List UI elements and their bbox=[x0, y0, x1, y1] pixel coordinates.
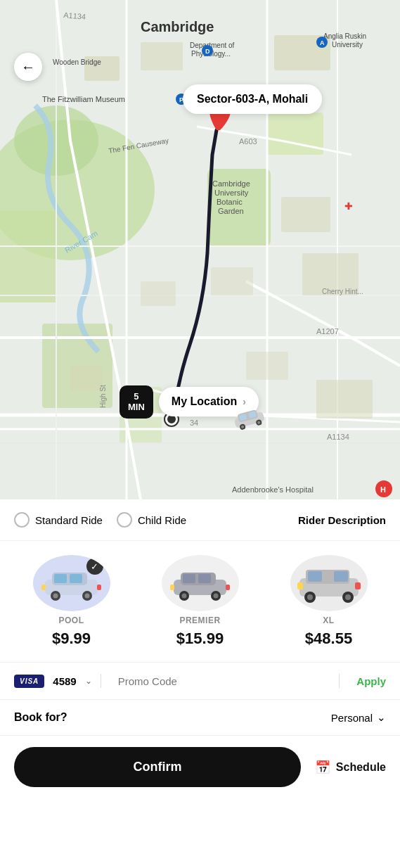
destination-text: Sector-603-A, Mohali bbox=[197, 93, 308, 105]
svg-text:A: A bbox=[320, 39, 325, 46]
pool-price: $9.99 bbox=[52, 630, 91, 648]
svg-rect-89 bbox=[308, 571, 322, 582]
car-option-pool[interactable]: ✓ POOL $9.99 bbox=[7, 552, 136, 651]
standard-ride-option[interactable]: Standard Ride bbox=[14, 512, 103, 528]
visa-badge: VISA bbox=[14, 675, 44, 688]
svg-rect-27 bbox=[316, 380, 373, 419]
child-ride-option[interactable]: Child Ride bbox=[117, 512, 186, 528]
svg-point-84 bbox=[214, 594, 219, 599]
personal-select[interactable]: Personal ⌄ bbox=[331, 711, 386, 724]
back-button[interactable]: ← bbox=[14, 53, 42, 81]
svg-text:Botanic: Botanic bbox=[217, 198, 243, 206]
eta-unit: MIN bbox=[128, 402, 145, 413]
card-dropdown-icon[interactable]: ⌄ bbox=[85, 676, 92, 686]
rider-description-label: Rider Description bbox=[298, 514, 386, 526]
xl-label: XL bbox=[323, 615, 334, 625]
svg-text:D: D bbox=[205, 48, 210, 55]
svg-rect-90 bbox=[334, 571, 348, 582]
payment-row: VISA 4589 ⌄ Apply bbox=[0, 663, 400, 700]
svg-rect-23 bbox=[211, 267, 253, 295]
svg-text:Addenbrooke's Hospital: Addenbrooke's Hospital bbox=[232, 485, 314, 494]
schedule-button[interactable]: 📅 Schedule bbox=[315, 760, 386, 775]
personal-label: Personal bbox=[331, 712, 373, 724]
calendar-icon: 📅 bbox=[315, 760, 330, 775]
svg-text:Cambridge: Cambridge bbox=[212, 179, 250, 188]
bottom-actions: Confirm 📅 Schedule bbox=[0, 736, 400, 798]
svg-rect-85 bbox=[170, 585, 174, 590]
premier-label: PREMIER bbox=[179, 615, 220, 625]
svg-text:34: 34 bbox=[190, 419, 198, 427]
car-xl-image bbox=[290, 555, 368, 611]
my-location-label: My Location bbox=[172, 395, 237, 408]
destination-box[interactable]: Sector-603-A, Mohali bbox=[183, 84, 322, 114]
svg-point-74 bbox=[85, 594, 90, 599]
promo-code-input[interactable] bbox=[118, 675, 331, 687]
premier-price: $15.99 bbox=[176, 630, 224, 648]
svg-rect-25 bbox=[70, 366, 102, 390]
xl-car-svg bbox=[297, 564, 361, 603]
svg-text:The Fitzwilliam Museum: The Fitzwilliam Museum bbox=[42, 95, 125, 103]
back-icon: ← bbox=[21, 59, 35, 75]
svg-point-83 bbox=[182, 594, 187, 599]
svg-text:Anglia Ruskin: Anglia Ruskin bbox=[323, 32, 366, 40]
car-premier-image bbox=[162, 555, 239, 611]
svg-rect-26 bbox=[246, 352, 288, 380]
svg-rect-80 bbox=[198, 574, 211, 583]
pool-selected-check: ✓ bbox=[86, 558, 103, 575]
svg-rect-96 bbox=[355, 582, 361, 589]
child-ride-label: Child Ride bbox=[138, 514, 186, 526]
pool-label: POOL bbox=[58, 615, 84, 625]
car-option-xl[interactable]: XL $48.55 bbox=[264, 552, 393, 651]
car-pool-image: ✓ bbox=[33, 555, 110, 611]
confirm-button[interactable]: Confirm bbox=[14, 747, 301, 787]
svg-rect-21 bbox=[281, 197, 330, 232]
premier-car-svg bbox=[170, 566, 230, 601]
svg-text:A1207: A1207 bbox=[316, 327, 339, 336]
book-for-label: Book for? bbox=[14, 711, 67, 724]
svg-text:A603: A603 bbox=[239, 137, 257, 146]
svg-rect-70 bbox=[70, 574, 82, 583]
map-view: A1134 A603 A1207 A1134 34 Cambridge Univ… bbox=[0, 0, 400, 499]
svg-text:High St: High St bbox=[99, 385, 107, 408]
svg-rect-24 bbox=[141, 281, 176, 306]
svg-point-94 bbox=[345, 594, 351, 600]
standard-ride-label: Standard Ride bbox=[35, 514, 103, 526]
personal-dropdown-icon: ⌄ bbox=[377, 711, 386, 724]
ride-type-row: Standard Ride Child Ride Rider Descripti… bbox=[0, 499, 400, 541]
xl-price: $48.55 bbox=[305, 630, 352, 648]
chevron-right-icon: › bbox=[243, 396, 246, 407]
svg-text:University: University bbox=[332, 41, 363, 49]
eta-minutes: 5 bbox=[128, 391, 145, 402]
car-options-row: ✓ POOL $9.99 PREM bbox=[0, 541, 400, 663]
svg-text:H: H bbox=[380, 485, 386, 494]
svg-rect-75 bbox=[41, 585, 46, 590]
svg-rect-19 bbox=[141, 42, 183, 70]
promo-divider bbox=[339, 674, 340, 688]
svg-text:Garden: Garden bbox=[218, 207, 244, 215]
svg-rect-95 bbox=[297, 582, 303, 589]
child-ride-radio[interactable] bbox=[117, 512, 132, 528]
svg-text:Cherry Hint...: Cherry Hint... bbox=[322, 288, 363, 295]
schedule-label: Schedule bbox=[336, 761, 386, 774]
bottom-panel: Standard Ride Child Ride Rider Descripti… bbox=[0, 499, 400, 798]
card-number: 4589 bbox=[53, 675, 76, 687]
svg-text:✚: ✚ bbox=[344, 200, 353, 212]
standard-ride-radio[interactable] bbox=[14, 512, 30, 528]
eta-badge: 5 MIN bbox=[120, 385, 153, 419]
svg-rect-86 bbox=[226, 585, 230, 590]
car-option-premier[interactable]: PREMIER $15.99 bbox=[136, 552, 264, 651]
payment-divider bbox=[101, 674, 101, 688]
svg-rect-76 bbox=[97, 585, 101, 590]
svg-text:A1134: A1134 bbox=[327, 433, 349, 441]
svg-text:Wooden Bridge: Wooden Bridge bbox=[53, 58, 101, 66]
svg-text:Cambridge: Cambridge bbox=[141, 19, 214, 34]
svg-point-93 bbox=[307, 594, 313, 600]
book-for-row: Book for? Personal ⌄ bbox=[0, 700, 400, 736]
svg-rect-69 bbox=[54, 574, 67, 583]
svg-rect-5 bbox=[0, 211, 56, 302]
apply-button[interactable]: Apply bbox=[356, 675, 386, 687]
svg-point-73 bbox=[53, 594, 58, 599]
svg-text:University: University bbox=[214, 189, 249, 197]
svg-rect-79 bbox=[183, 574, 195, 583]
